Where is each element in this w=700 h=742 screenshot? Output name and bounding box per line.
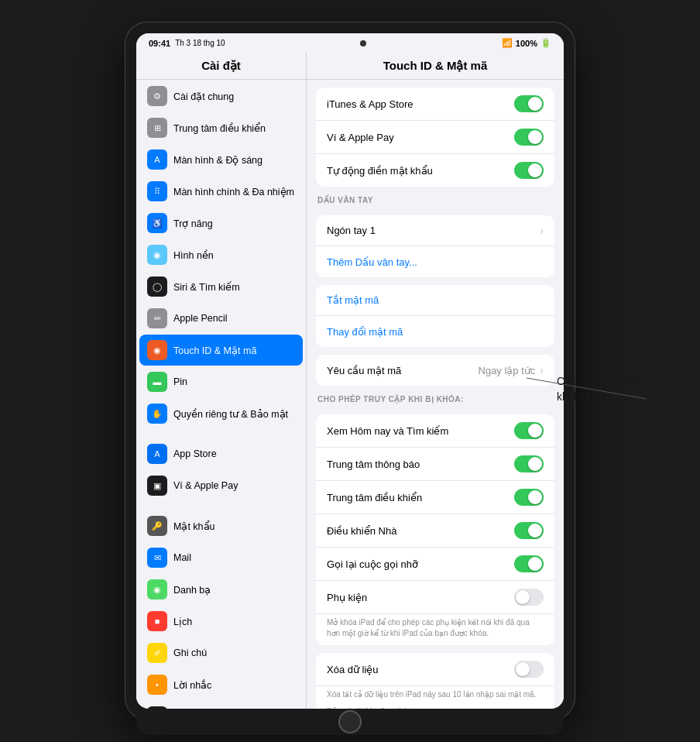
- missed-call-toggle[interactable]: [514, 555, 544, 572]
- sidebar-item-mat-khau[interactable]: 🔑 Mật khẩu: [139, 510, 303, 541]
- accessory-note: Mở khóa iPad để cho phép các phụ kiện kế…: [316, 614, 554, 645]
- sidebar-icon-symbol-mat-khau: 🔑: [152, 521, 163, 531]
- sidebar-item-touch-id[interactable]: ◉ Touch ID & Mật mã: [139, 335, 303, 366]
- change-passcode-row[interactable]: Thay đổi mật mã: [316, 316, 554, 347]
- accessory-toggle[interactable]: [514, 589, 544, 606]
- sidebar-icon-hinh-nen: ◉: [147, 245, 167, 265]
- sidebar-icon-trung-tam-dieu-khien: ⊞: [147, 118, 167, 138]
- sidebar-label-mail: Mail: [173, 552, 191, 563]
- home-control-row[interactable]: Điều khiển Nhà: [316, 514, 554, 548]
- sidebar-icon-symbol-siri: ◯: [153, 282, 162, 292]
- missed-call-row[interactable]: Gọi lại cuộc gọi nhỡ: [316, 548, 554, 581]
- sidebar-icon-symbol-trung-tam-dieu-khien: ⊞: [154, 123, 161, 133]
- vi-toggle[interactable]: [514, 129, 544, 146]
- vi-apple-pay-row[interactable]: Ví & Apple Pay: [316, 121, 554, 154]
- sidebar-label-lich: Lịch: [173, 616, 192, 627]
- sidebar-icon-symbol-man-hinh-chinh: ⠿: [154, 187, 160, 197]
- status-date: Th 3 18 thg 10: [175, 39, 225, 47]
- finger1-label: Ngón tay 1: [327, 225, 376, 236]
- itunes-toggle[interactable]: [514, 95, 544, 112]
- turn-off-passcode-row[interactable]: Tắt mật mã: [316, 285, 554, 316]
- sidebar-item-danh-ba[interactable]: ◉ Danh bạ: [139, 574, 303, 605]
- locked-group: Xem Hôm nay và Tìm kiếm Trung tâm thông …: [316, 414, 554, 645]
- sidebar-item-lich[interactable]: ■ Lịch: [139, 606, 303, 637]
- require-passcode-row[interactable]: Yêu cầu mật mã Ngay lập tức ›: [316, 355, 554, 386]
- sidebar-icon-pin: ▬: [147, 372, 167, 392]
- sidebar-item-mail[interactable]: ✉ Mail: [139, 542, 303, 573]
- sidebar-item-man-hinh-chinh[interactable]: ⠿ Màn hình chính & Đa nhiệm: [139, 176, 303, 207]
- wifi-icon: 📶: [502, 38, 513, 48]
- sidebar-item-quyen-rieng-tu[interactable]: ✋ Quyền riêng tư & Bảo mật: [139, 398, 303, 429]
- sidebar-label-ghi-chu: Ghi chú: [173, 648, 207, 658]
- sidebar-item-trung-tam-dieu-khien[interactable]: ⊞ Trung tâm điều khiển: [139, 112, 303, 143]
- erase-note2: Bảo vệ dữ liệu được bật.: [316, 706, 554, 709]
- autofill-toggle[interactable]: [514, 162, 544, 179]
- finger1-chevron: ›: [540, 225, 544, 237]
- add-fingerprint-row[interactable]: Thêm Dấu vân tay...: [316, 246, 554, 277]
- sidebar-icon-man-hinh-chinh: ⠿: [147, 181, 167, 201]
- sidebar-item-man-hinh-do-sang[interactable]: A Màn hình & Độ sáng: [139, 144, 303, 175]
- sidebar-icon-siri: ◯: [147, 277, 167, 297]
- control-center-toggle[interactable]: [514, 489, 544, 506]
- sidebar-icon-man-hinh-do-sang: A: [147, 149, 167, 170]
- sidebar-icon-ghi-am: ◎: [147, 706, 167, 709]
- auto-fill-row[interactable]: Tự động điền mật khẩu: [316, 154, 554, 187]
- erase-data-group: Xóa dữ liệu Xóa tất cả dữ liệu trên iPad…: [316, 653, 554, 709]
- auto-fill-label: Tự động điền mật khẩu: [327, 165, 433, 177]
- notifications-toggle[interactable]: [514, 455, 544, 472]
- sidebar-icon-symbol-ghi-chu: ✐: [154, 648, 161, 658]
- itunes-app-store-row[interactable]: iTunes & App Store: [316, 88, 554, 121]
- change-label: Thay đổi mật mã: [327, 326, 403, 338]
- erase-notes-container: Xóa tất cả dữ liệu trên iPad này sau 10 …: [316, 686, 554, 709]
- today-toggle[interactable]: [514, 422, 544, 439]
- erase-data-row[interactable]: Xóa dữ liệu: [316, 653, 554, 686]
- sidebar-item-pin[interactable]: ▬ Pin: [139, 366, 303, 397]
- sidebar-label-danh-ba: Danh bạ: [173, 584, 211, 596]
- locked-section-header: CHO PHÉP TRUY CẬP KHI BỊ KHÓA:: [307, 386, 564, 407]
- sidebar: Cài đặt ⚙ Cài đặt chung ⊞ Trung tâm điều…: [136, 51, 307, 709]
- main-panel[interactable]: Touch ID & Mật mã iTunes & App Store Ví …: [307, 51, 564, 709]
- sidebar-item-hinh-nen[interactable]: ◉ Hình nền: [139, 239, 303, 270]
- today-search-row[interactable]: Xem Hôm nay và Tìm kiếm: [316, 414, 554, 448]
- control-center-label: Trung tâm điều khiển: [327, 492, 422, 503]
- sidebar-icon-app-store: A: [147, 444, 167, 464]
- sidebar-item-cai-dat-chung[interactable]: ⚙ Cài đặt chung: [139, 81, 303, 112]
- erase-toggle[interactable]: [514, 661, 544, 678]
- home-button[interactable]: [338, 710, 362, 733]
- sidebar-label-quyen-rieng-tu: Quyền riêng tư & Bảo mật: [173, 408, 288, 420]
- camera-notch: [360, 40, 366, 46]
- vi-apple-pay-label: Ví & Apple Pay: [327, 132, 394, 143]
- sidebar-item-apple-pencil[interactable]: ✏ Apple Pencil: [139, 303, 303, 334]
- sidebar-item-loi-nhac[interactable]: • Lời nhắc: [139, 669, 303, 700]
- sidebar-label-tro-nang: Trợ năng: [173, 218, 213, 229]
- sidebar-icon-symbol-danh-ba: ◉: [153, 585, 161, 595]
- sidebar-label-pin: Pin: [173, 376, 187, 387]
- sidebar-item-app-store[interactable]: A App Store: [139, 438, 303, 469]
- accessory-note-container: Mở khóa iPad để cho phép các phụ kiện kế…: [316, 614, 554, 645]
- annotation-container: Cho phép truy cập khi bị khóa: [557, 374, 650, 404]
- annotation-text: Cho phép truy cập khi bị khóa: [557, 374, 650, 404]
- sidebar-label-app-store: App Store: [173, 448, 217, 459]
- home-toggle[interactable]: [514, 522, 544, 539]
- sidebar-item-ghi-am[interactable]: ◎ Ghi âm: [139, 701, 303, 709]
- sidebar-icon-mat-khau: 🔑: [147, 516, 167, 536]
- require-passcode-value: Ngay lập tức: [479, 365, 536, 376]
- sidebar-item-vi-apple-pay[interactable]: ▣ Ví & Apple Pay: [139, 470, 303, 501]
- sidebar-icon-symbol-lich: ■: [155, 617, 160, 626]
- sidebar-icon-loi-nhac: •: [147, 675, 167, 695]
- sidebar-icon-quyen-rieng-tu: ✋: [147, 404, 167, 424]
- finger1-row[interactable]: Ngón tay 1 ›: [316, 215, 554, 246]
- sidebar-label-hinh-nen: Hình nền: [173, 249, 214, 261]
- sidebar-item-ghi-chu[interactable]: ✐ Ghi chú: [139, 637, 303, 668]
- sidebar-separator: [136, 502, 306, 510]
- battery-percent: 100%: [516, 39, 537, 48]
- accessory-row[interactable]: Phụ kiện: [316, 581, 554, 614]
- sidebar-label-man-hinh-do-sang: Màn hình & Độ sáng: [173, 154, 262, 166]
- sidebar-title: Cài đặt: [136, 51, 306, 80]
- notifications-row[interactable]: Trung tâm thông báo: [316, 448, 554, 481]
- require-passcode-value-container: Ngay lập tức ›: [479, 364, 544, 376]
- notifications-label: Trung tâm thông báo: [327, 459, 420, 470]
- sidebar-item-tro-nang[interactable]: ♿ Trợ năng: [139, 208, 303, 239]
- control-center-row[interactable]: Trung tâm điều khiển: [316, 481, 554, 514]
- sidebar-item-siri[interactable]: ◯ Siri & Tìm kiếm: [139, 271, 303, 302]
